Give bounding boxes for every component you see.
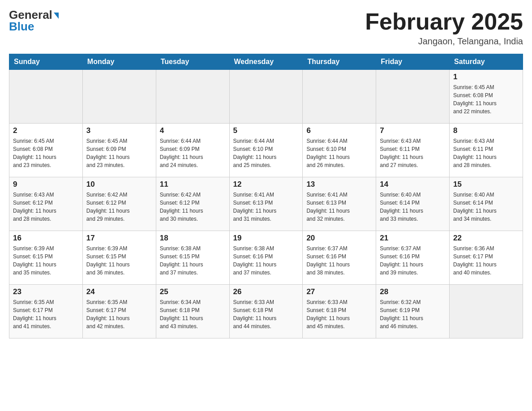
header-monday: Monday [82, 54, 156, 70]
day-number: 11 [160, 180, 226, 189]
calendar-cell: 15Sunrise: 6:40 AM Sunset: 6:14 PM Dayli… [450, 177, 523, 231]
calendar-cell: 22Sunrise: 6:36 AM Sunset: 6:17 PM Dayli… [450, 231, 523, 285]
calendar-cell: 13Sunrise: 6:41 AM Sunset: 6:13 PM Dayli… [303, 177, 376, 231]
day-number: 23 [13, 287, 79, 296]
header-tuesday: Tuesday [156, 54, 229, 70]
day-info: Sunrise: 6:40 AM Sunset: 6:14 PM Dayligh… [453, 191, 519, 223]
calendar-cell: 3Sunrise: 6:45 AM Sunset: 6:09 PM Daylig… [82, 124, 156, 177]
day-number: 4 [160, 126, 226, 135]
day-info: Sunrise: 6:36 AM Sunset: 6:17 PM Dayligh… [453, 244, 519, 277]
calendar-cell: 20Sunrise: 6:37 AM Sunset: 6:16 PM Dayli… [303, 231, 376, 285]
day-number: 28 [380, 287, 446, 296]
day-number: 25 [160, 287, 226, 296]
page-header: General Blue February 2025 Jangaon, Tela… [9, 9, 523, 47]
day-info: Sunrise: 6:35 AM Sunset: 6:17 PM Dayligh… [13, 298, 79, 330]
calendar-cell: 21Sunrise: 6:37 AM Sunset: 6:16 PM Dayli… [376, 231, 450, 285]
day-number: 16 [13, 234, 79, 243]
calendar-cell: 6Sunrise: 6:44 AM Sunset: 6:10 PM Daylig… [303, 124, 376, 177]
calendar-cell: 7Sunrise: 6:43 AM Sunset: 6:11 PM Daylig… [376, 124, 450, 177]
day-number: 7 [380, 126, 446, 135]
calendar-cell: 17Sunrise: 6:39 AM Sunset: 6:15 PM Dayli… [82, 231, 156, 285]
day-number: 19 [233, 234, 299, 243]
day-info: Sunrise: 6:42 AM Sunset: 6:12 PM Dayligh… [86, 191, 152, 223]
day-info: Sunrise: 6:40 AM Sunset: 6:14 PM Dayligh… [380, 191, 446, 223]
day-number: 12 [233, 180, 299, 189]
day-number: 24 [86, 287, 152, 296]
day-info: Sunrise: 6:38 AM Sunset: 6:16 PM Dayligh… [233, 244, 299, 277]
day-info: Sunrise: 6:39 AM Sunset: 6:15 PM Dayligh… [86, 244, 152, 277]
day-info: Sunrise: 6:35 AM Sunset: 6:17 PM Dayligh… [86, 298, 152, 330]
calendar-subtitle: Jangaon, Telangana, India [365, 36, 523, 47]
calendar-cell: 18Sunrise: 6:38 AM Sunset: 6:15 PM Dayli… [156, 231, 229, 285]
calendar-cell: 14Sunrise: 6:40 AM Sunset: 6:14 PM Dayli… [376, 177, 450, 231]
calendar-cell: 2Sunrise: 6:45 AM Sunset: 6:08 PM Daylig… [9, 124, 83, 177]
day-info: Sunrise: 6:41 AM Sunset: 6:13 PM Dayligh… [233, 191, 299, 223]
logo-blue-text: Blue [9, 21, 34, 32]
day-number: 13 [306, 180, 372, 189]
calendar-cell: 9Sunrise: 6:43 AM Sunset: 6:12 PM Daylig… [9, 177, 83, 231]
day-info: Sunrise: 6:37 AM Sunset: 6:16 PM Dayligh… [380, 244, 446, 277]
header-friday: Friday [376, 54, 450, 70]
header-saturday: Saturday [450, 54, 523, 70]
day-info: Sunrise: 6:42 AM Sunset: 6:12 PM Dayligh… [160, 191, 226, 223]
calendar-cell [376, 70, 450, 124]
day-number: 9 [13, 180, 79, 189]
day-number: 15 [453, 180, 519, 189]
day-number: 8 [453, 126, 519, 135]
header-sunday: Sunday [9, 54, 83, 70]
logo-general-text: General [9, 9, 59, 21]
calendar-cell: 19Sunrise: 6:38 AM Sunset: 6:16 PM Dayli… [229, 231, 303, 285]
day-number: 22 [453, 234, 519, 243]
calendar-week-2: 2Sunrise: 6:45 AM Sunset: 6:08 PM Daylig… [9, 124, 523, 177]
calendar-week-3: 9Sunrise: 6:43 AM Sunset: 6:12 PM Daylig… [9, 177, 523, 231]
calendar-header-row: SundayMondayTuesdayWednesdayThursdayFrid… [9, 54, 523, 70]
day-info: Sunrise: 6:44 AM Sunset: 6:10 PM Dayligh… [233, 137, 299, 169]
logo-blue-row: Blue [9, 21, 34, 32]
day-number: 1 [453, 73, 519, 81]
day-number: 3 [86, 126, 152, 135]
calendar-cell: 5Sunrise: 6:44 AM Sunset: 6:10 PM Daylig… [229, 124, 303, 177]
day-info: Sunrise: 6:45 AM Sunset: 6:08 PM Dayligh… [453, 83, 519, 116]
calendar-cell [156, 70, 229, 124]
day-info: Sunrise: 6:41 AM Sunset: 6:13 PM Dayligh… [306, 191, 372, 223]
day-number: 14 [380, 180, 446, 189]
calendar-cell [82, 70, 156, 124]
day-info: Sunrise: 6:43 AM Sunset: 6:11 PM Dayligh… [380, 137, 446, 169]
logo: General Blue [9, 9, 59, 32]
title-block: February 2025 Jangaon, Telangana, India [365, 9, 523, 47]
day-info: Sunrise: 6:43 AM Sunset: 6:11 PM Dayligh… [453, 137, 519, 169]
calendar-cell: 16Sunrise: 6:39 AM Sunset: 6:15 PM Dayli… [9, 231, 83, 285]
calendar-cell: 11Sunrise: 6:42 AM Sunset: 6:12 PM Dayli… [156, 177, 229, 231]
day-number: 2 [13, 126, 79, 135]
day-info: Sunrise: 6:45 AM Sunset: 6:08 PM Dayligh… [13, 137, 79, 169]
day-info: Sunrise: 6:44 AM Sunset: 6:10 PM Dayligh… [306, 137, 372, 169]
calendar-cell: 26Sunrise: 6:33 AM Sunset: 6:18 PM Dayli… [229, 285, 303, 338]
calendar-week-4: 16Sunrise: 6:39 AM Sunset: 6:15 PM Dayli… [9, 231, 523, 285]
calendar-cell: 23Sunrise: 6:35 AM Sunset: 6:17 PM Dayli… [9, 285, 83, 338]
calendar-cell: 27Sunrise: 6:33 AM Sunset: 6:18 PM Dayli… [303, 285, 376, 338]
calendar-cell [229, 70, 303, 124]
calendar-cell [450, 285, 523, 338]
calendar-title: February 2025 [365, 9, 523, 34]
day-number: 5 [233, 126, 299, 135]
calendar-cell: 10Sunrise: 6:42 AM Sunset: 6:12 PM Dayli… [82, 177, 156, 231]
calendar-cell: 4Sunrise: 6:44 AM Sunset: 6:09 PM Daylig… [156, 124, 229, 177]
day-number: 21 [380, 234, 446, 243]
calendar-week-1: 1Sunrise: 6:45 AM Sunset: 6:08 PM Daylig… [9, 70, 523, 124]
calendar-cell: 24Sunrise: 6:35 AM Sunset: 6:17 PM Dayli… [82, 285, 156, 338]
calendar-cell: 25Sunrise: 6:34 AM Sunset: 6:18 PM Dayli… [156, 285, 229, 338]
calendar-cell: 12Sunrise: 6:41 AM Sunset: 6:13 PM Dayli… [229, 177, 303, 231]
day-info: Sunrise: 6:44 AM Sunset: 6:09 PM Dayligh… [160, 137, 226, 169]
day-number: 20 [306, 234, 372, 243]
day-number: 26 [233, 287, 299, 296]
header-thursday: Thursday [303, 54, 376, 70]
day-info: Sunrise: 6:34 AM Sunset: 6:18 PM Dayligh… [160, 298, 226, 330]
calendar-cell: 28Sunrise: 6:32 AM Sunset: 6:19 PM Dayli… [376, 285, 450, 338]
day-info: Sunrise: 6:38 AM Sunset: 6:15 PM Dayligh… [160, 244, 226, 277]
day-number: 18 [160, 234, 226, 243]
day-info: Sunrise: 6:43 AM Sunset: 6:12 PM Dayligh… [13, 191, 79, 223]
calendar-cell: 8Sunrise: 6:43 AM Sunset: 6:11 PM Daylig… [450, 124, 523, 177]
day-number: 6 [306, 126, 372, 135]
day-number: 27 [306, 287, 372, 296]
day-info: Sunrise: 6:45 AM Sunset: 6:09 PM Dayligh… [86, 137, 152, 169]
